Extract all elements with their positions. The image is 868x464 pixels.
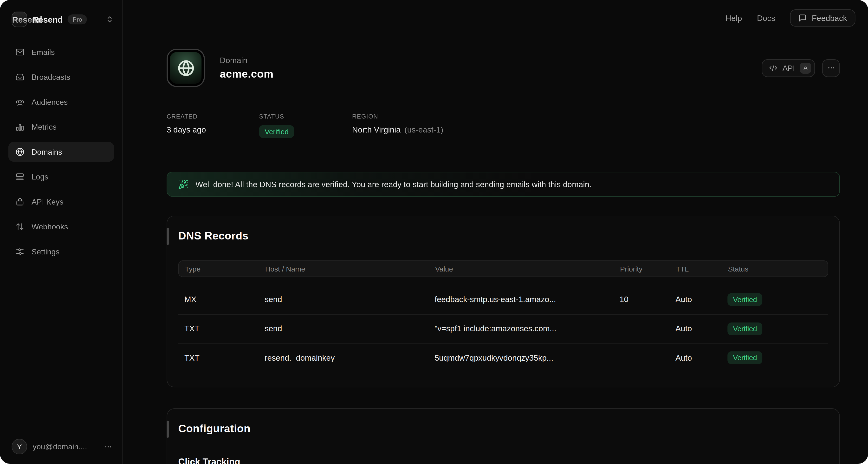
dns-records-card: DNS Records Type Host / Name Value Prior… bbox=[166, 215, 840, 387]
user-menu[interactable]: Y you@domain.... bbox=[0, 439, 122, 454]
workspace-switcher[interactable]: Resend Resend Pro bbox=[0, 11, 122, 28]
sidebar-item-label: Audiences bbox=[32, 97, 68, 107]
configuration-title: Configuration bbox=[178, 422, 828, 435]
sidebar-item-label: Logs bbox=[32, 172, 49, 181]
inbox-icon bbox=[16, 72, 24, 81]
logs-icon bbox=[16, 172, 24, 181]
user-email: you@domain.... bbox=[33, 442, 87, 451]
sidebar-item-metrics[interactable]: Metrics bbox=[8, 117, 114, 137]
sidebar-item-emails[interactable]: Emails bbox=[8, 42, 114, 62]
sidebar-item-label: Broadcasts bbox=[32, 72, 70, 81]
api-button[interactable]: API A bbox=[762, 59, 815, 77]
sidebar-item-settings[interactable]: Settings bbox=[8, 242, 114, 262]
region-code: (us-east-1) bbox=[404, 125, 443, 134]
cell-type: TXT bbox=[184, 324, 265, 333]
meta-status: STATUS Verified bbox=[259, 113, 352, 138]
cell-host: send bbox=[265, 295, 434, 304]
card-accent-bar bbox=[166, 228, 168, 245]
status-badge: Verified bbox=[727, 351, 763, 364]
mail-icon bbox=[16, 48, 24, 57]
cell-type: TXT bbox=[184, 353, 265, 362]
party-popper-icon bbox=[178, 179, 188, 189]
dns-records-title: DNS Records bbox=[178, 229, 828, 242]
sidebar-item-label: Domains bbox=[32, 147, 62, 156]
sidebar-item-audiences[interactable]: Audiences bbox=[8, 92, 114, 112]
click-tracking-label: Click Tracking bbox=[178, 457, 828, 464]
ellipsis-icon[interactable] bbox=[104, 442, 113, 451]
sidebar-item-label: Settings bbox=[32, 247, 59, 256]
status-label: STATUS bbox=[259, 113, 352, 120]
cell-host: send bbox=[265, 324, 434, 333]
ellipsis-icon bbox=[827, 64, 835, 72]
more-options-button[interactable] bbox=[822, 59, 840, 77]
column-header-priority: Priority bbox=[620, 264, 676, 273]
domain-titles: Domain acme.com bbox=[220, 56, 274, 80]
status-badge: Verified bbox=[259, 125, 294, 138]
sliders-icon bbox=[16, 247, 24, 256]
cell-type: MX bbox=[184, 295, 265, 304]
stage: Resend Resend Pro Emails Broadcasts bbox=[0, 0, 868, 464]
created-value: 3 days ago bbox=[166, 125, 259, 134]
sidebar-item-domains[interactable]: Domains bbox=[8, 142, 114, 162]
meta-region: REGION North Virginia (us-east-1) bbox=[352, 113, 840, 138]
table-row: TXT resend._domainkey 5uqmdw7qpxudkyvdon… bbox=[178, 343, 828, 372]
domain-meta: CREATED 3 days ago STATUS Verified REGIO… bbox=[166, 113, 840, 138]
table-row: TXT send "v=spf1 include:amazonses.com..… bbox=[178, 314, 828, 343]
card-accent-bar bbox=[166, 420, 168, 438]
domain-kicker: Domain bbox=[220, 56, 274, 64]
globe-tile-icon bbox=[170, 52, 202, 84]
main-content: Help Docs Feedback Domain bbox=[123, 0, 868, 464]
cell-priority: 10 bbox=[620, 295, 676, 304]
configuration-card: Configuration Click Tracking bbox=[166, 408, 840, 464]
domain-header: Domain acme.com API A bbox=[166, 49, 840, 87]
dns-table-header: Type Host / Name Value Priority TTL Stat… bbox=[178, 260, 828, 277]
domain-tile bbox=[166, 49, 205, 87]
users-icon bbox=[16, 97, 24, 107]
meta-created: CREATED 3 days ago bbox=[166, 113, 259, 138]
sidebar-item-label: API Keys bbox=[32, 197, 63, 206]
column-header-type: Type bbox=[185, 264, 265, 273]
sidebar-item-api-keys[interactable]: API Keys bbox=[8, 192, 114, 212]
column-header-status: Status bbox=[728, 264, 822, 273]
column-header-ttl: TTL bbox=[676, 264, 728, 273]
created-label: CREATED bbox=[166, 113, 259, 120]
lock-icon bbox=[16, 197, 24, 206]
globe-icon bbox=[16, 147, 24, 156]
sidebar-nav: Emails Broadcasts Audiences Metrics Doma… bbox=[0, 42, 122, 262]
cell-value: 5uqmdw7qpxudkyvdonqzy35kp... bbox=[435, 353, 620, 362]
bar-chart-icon bbox=[16, 122, 24, 131]
app-window: Resend Resend Pro Emails Broadcasts bbox=[0, 0, 868, 464]
code-icon bbox=[769, 64, 778, 72]
dns-table-body: MX send feedback-smtp.us-east-1.amazo...… bbox=[178, 285, 828, 372]
sidebar-item-webhooks[interactable]: Webhooks bbox=[8, 216, 114, 237]
sidebar-item-label: Emails bbox=[32, 48, 55, 57]
cell-value: "v=spf1 include:amazonses.com... bbox=[435, 324, 620, 333]
sidebar: Resend Resend Pro Emails Broadcasts bbox=[0, 0, 123, 464]
header-actions: API A bbox=[762, 59, 840, 77]
cell-ttl: Auto bbox=[676, 324, 727, 333]
sidebar-item-label: Metrics bbox=[32, 122, 57, 131]
verification-banner: Well done! All the DNS records are verif… bbox=[166, 172, 840, 197]
column-header-value: Value bbox=[435, 264, 620, 273]
column-header-host: Host / Name bbox=[265, 264, 435, 273]
region-label: REGION bbox=[352, 113, 840, 120]
plan-badge: Pro bbox=[68, 14, 87, 24]
banner-message: Well done! All the DNS records are verif… bbox=[195, 180, 592, 188]
chevrons-up-down-icon bbox=[106, 16, 113, 23]
domain-page: Domain acme.com API A bbox=[166, 0, 840, 464]
sidebar-item-broadcasts[interactable]: Broadcasts bbox=[8, 67, 114, 87]
table-row: MX send feedback-smtp.us-east-1.amazo...… bbox=[178, 285, 828, 314]
cell-ttl: Auto bbox=[676, 295, 727, 304]
status-badge: Verified bbox=[727, 322, 763, 335]
avatar: Y bbox=[11, 439, 27, 454]
cell-ttl: Auto bbox=[676, 353, 727, 362]
api-button-label: API bbox=[782, 63, 795, 72]
resend-logo: Resend bbox=[11, 11, 27, 27]
region-value: North Virginia bbox=[352, 125, 401, 134]
sidebar-item-label: Webhooks bbox=[32, 222, 68, 231]
arrows-up-down-icon bbox=[16, 222, 24, 231]
brand-name: Resend bbox=[33, 15, 63, 24]
page-title: acme.com bbox=[220, 67, 274, 80]
cell-host: resend._domainkey bbox=[265, 353, 434, 362]
sidebar-item-logs[interactable]: Logs bbox=[8, 167, 114, 187]
